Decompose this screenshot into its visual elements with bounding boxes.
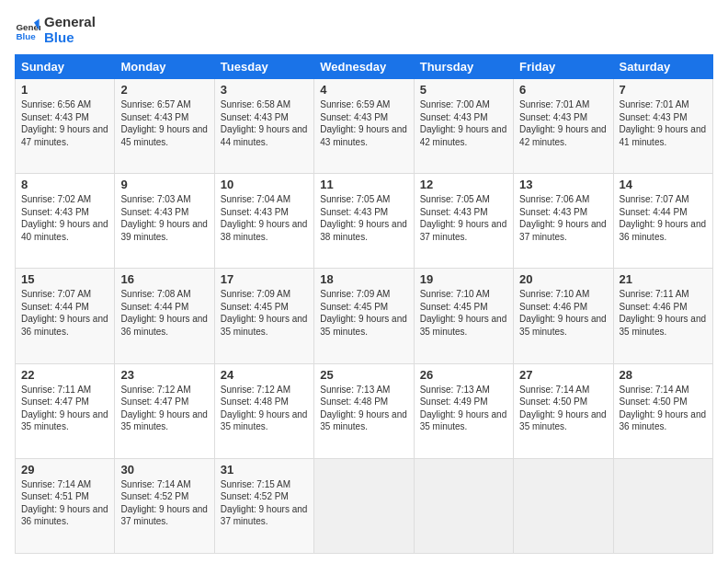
day-number: 18 [320, 272, 407, 286]
day-cell: 9 Sunrise: 7:03 AMSunset: 4:43 PMDayligh… [115, 174, 214, 269]
day-cell: 12 Sunrise: 7:05 AMSunset: 4:43 PMDaylig… [414, 174, 513, 269]
day-number: 28 [620, 368, 707, 382]
svg-text:Blue: Blue [16, 30, 36, 40]
calendar-table: SundayMondayTuesdayWednesdayThursdayFrid… [15, 54, 713, 554]
day-number: 30 [120, 463, 208, 477]
day-cell [613, 458, 712, 553]
day-info: Sunrise: 7:06 AMSunset: 4:43 PMDaylight:… [519, 193, 607, 243]
day-info: Sunrise: 7:08 AMSunset: 4:44 PMDaylight:… [120, 288, 208, 338]
day-number: 31 [221, 463, 308, 477]
day-number: 17 [221, 272, 308, 286]
day-info: Sunrise: 7:11 AMSunset: 4:46 PMDaylight:… [620, 288, 707, 338]
day-cell: 21 Sunrise: 7:11 AMSunset: 4:46 PMDaylig… [613, 269, 712, 363]
day-cell: 5 Sunrise: 7:00 AMSunset: 4:43 PMDayligh… [414, 79, 513, 174]
day-info: Sunrise: 6:57 AMSunset: 4:43 PMDaylight:… [120, 98, 208, 148]
day-number: 14 [620, 178, 707, 191]
day-number: 15 [21, 272, 108, 286]
day-cell: 19 Sunrise: 7:10 AMSunset: 4:45 PMDaylig… [414, 269, 513, 363]
weekday-header-row: SundayMondayTuesdayWednesdayThursdayFrid… [16, 55, 713, 79]
day-cell: 6 Sunrise: 7:01 AMSunset: 4:43 PMDayligh… [514, 79, 613, 174]
day-cell: 8 Sunrise: 7:02 AMSunset: 4:43 PMDayligh… [16, 174, 115, 269]
day-number: 1 [21, 83, 108, 97]
day-cell: 22 Sunrise: 7:11 AMSunset: 4:47 PMDaylig… [16, 363, 115, 458]
day-cell: 26 Sunrise: 7:13 AMSunset: 4:49 PMDaylig… [414, 363, 513, 458]
day-cell: 20 Sunrise: 7:10 AMSunset: 4:46 PMDaylig… [514, 269, 613, 363]
day-info: Sunrise: 6:56 AMSunset: 4:43 PMDaylight:… [21, 98, 108, 148]
day-cell: 30 Sunrise: 7:14 AMSunset: 4:52 PMDaylig… [115, 458, 214, 553]
day-info: Sunrise: 7:07 AMSunset: 4:44 PMDaylight:… [21, 288, 108, 338]
day-number: 4 [320, 83, 407, 97]
day-number: 27 [519, 368, 607, 382]
main-container: General Blue General Blue SundayMondayTu… [0, 0, 728, 563]
day-cell: 3 Sunrise: 6:58 AMSunset: 4:43 PMDayligh… [214, 79, 313, 174]
day-info: Sunrise: 7:01 AMSunset: 4:43 PMDaylight:… [519, 98, 607, 148]
day-info: Sunrise: 7:11 AMSunset: 4:47 PMDaylight:… [21, 384, 108, 433]
day-cell: 14 Sunrise: 7:07 AMSunset: 4:44 PMDaylig… [613, 174, 712, 269]
week-row-5: 29 Sunrise: 7:14 AMSunset: 4:51 PMDaylig… [16, 458, 713, 553]
day-info: Sunrise: 7:09 AMSunset: 4:45 PMDaylight:… [320, 288, 407, 338]
weekday-header-thursday: Thursday [414, 55, 513, 79]
header: General Blue General Blue [15, 15, 713, 45]
logo-line2: Blue [44, 30, 96, 46]
day-cell: 27 Sunrise: 7:14 AMSunset: 4:50 PMDaylig… [514, 363, 613, 458]
day-info: Sunrise: 7:05 AMSunset: 4:43 PMDaylight:… [320, 193, 407, 243]
day-number: 11 [320, 178, 407, 191]
day-number: 20 [519, 272, 607, 286]
day-cell: 10 Sunrise: 7:04 AMSunset: 4:43 PMDaylig… [214, 174, 313, 269]
day-info: Sunrise: 7:12 AMSunset: 4:47 PMDaylight:… [120, 384, 208, 433]
weekday-header-sunday: Sunday [16, 55, 115, 79]
day-number: 26 [420, 368, 507, 382]
day-number: 19 [420, 272, 507, 286]
day-cell: 16 Sunrise: 7:08 AMSunset: 4:44 PMDaylig… [115, 269, 214, 363]
day-cell: 13 Sunrise: 7:06 AMSunset: 4:43 PMDaylig… [514, 174, 613, 269]
day-cell [514, 458, 613, 553]
day-cell [314, 458, 414, 553]
day-number: 9 [120, 178, 208, 191]
weekday-header-friday: Friday [514, 55, 613, 79]
day-info: Sunrise: 7:04 AMSunset: 4:43 PMDaylight:… [221, 193, 308, 243]
day-info: Sunrise: 6:58 AMSunset: 4:43 PMDaylight:… [221, 98, 308, 148]
week-row-2: 8 Sunrise: 7:02 AMSunset: 4:43 PMDayligh… [16, 174, 713, 269]
day-info: Sunrise: 7:13 AMSunset: 4:48 PMDaylight:… [320, 384, 407, 433]
day-info: Sunrise: 7:10 AMSunset: 4:46 PMDaylight:… [519, 288, 607, 338]
day-cell: 11 Sunrise: 7:05 AMSunset: 4:43 PMDaylig… [314, 174, 414, 269]
day-number: 8 [21, 178, 108, 191]
calendar: SundayMondayTuesdayWednesdayThursdayFrid… [15, 54, 713, 554]
day-number: 29 [21, 463, 108, 477]
day-number: 3 [221, 83, 308, 97]
day-number: 10 [221, 178, 308, 191]
day-number: 7 [620, 83, 707, 97]
day-number: 21 [620, 272, 707, 286]
day-cell: 4 Sunrise: 6:59 AMSunset: 4:43 PMDayligh… [314, 79, 414, 174]
day-number: 6 [519, 83, 607, 97]
day-cell: 2 Sunrise: 6:57 AMSunset: 4:43 PMDayligh… [115, 79, 214, 174]
logo: General Blue General Blue [15, 15, 96, 45]
day-cell: 18 Sunrise: 7:09 AMSunset: 4:45 PMDaylig… [314, 269, 414, 363]
day-number: 13 [519, 178, 607, 191]
day-info: Sunrise: 7:07 AMSunset: 4:44 PMDaylight:… [620, 193, 707, 243]
day-info: Sunrise: 7:14 AMSunset: 4:52 PMDaylight:… [120, 478, 208, 528]
weekday-header-wednesday: Wednesday [314, 55, 414, 79]
day-number: 22 [21, 368, 108, 382]
day-cell: 17 Sunrise: 7:09 AMSunset: 4:45 PMDaylig… [214, 269, 313, 363]
day-info: Sunrise: 7:12 AMSunset: 4:48 PMDaylight:… [221, 384, 308, 433]
day-number: 12 [420, 178, 507, 191]
day-cell: 7 Sunrise: 7:01 AMSunset: 4:43 PMDayligh… [613, 79, 712, 174]
day-number: 23 [120, 368, 208, 382]
day-cell: 1 Sunrise: 6:56 AMSunset: 4:43 PMDayligh… [16, 79, 115, 174]
logo-icon: General Blue [15, 17, 40, 43]
logo-line1: General [44, 15, 96, 30]
day-cell: 24 Sunrise: 7:12 AMSunset: 4:48 PMDaylig… [214, 363, 313, 458]
weekday-header-saturday: Saturday [613, 55, 712, 79]
week-row-3: 15 Sunrise: 7:07 AMSunset: 4:44 PMDaylig… [16, 269, 713, 363]
weekday-header-monday: Monday [115, 55, 214, 79]
day-info: Sunrise: 7:05 AMSunset: 4:43 PMDaylight:… [420, 193, 507, 243]
week-row-1: 1 Sunrise: 6:56 AMSunset: 4:43 PMDayligh… [16, 79, 713, 174]
day-info: Sunrise: 7:03 AMSunset: 4:43 PMDaylight:… [120, 193, 208, 243]
day-number: 25 [320, 368, 407, 382]
day-number: 2 [120, 83, 208, 97]
day-cell: 29 Sunrise: 7:14 AMSunset: 4:51 PMDaylig… [16, 458, 115, 553]
day-info: Sunrise: 7:02 AMSunset: 4:43 PMDaylight:… [21, 193, 108, 243]
day-info: Sunrise: 7:13 AMSunset: 4:49 PMDaylight:… [420, 384, 507, 433]
day-info: Sunrise: 7:15 AMSunset: 4:52 PMDaylight:… [221, 478, 308, 528]
